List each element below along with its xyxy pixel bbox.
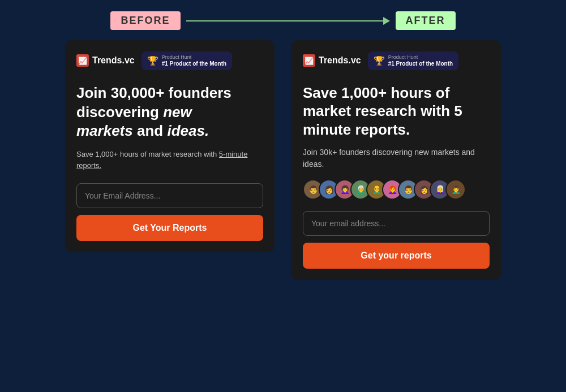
before-badge-title: Product Hunt	[162, 54, 226, 61]
after-badge-subtitle: #1 Product of the Month	[388, 61, 453, 67]
before-trophy-icon: 🏆	[147, 55, 158, 66]
after-email-input[interactable]: Your email address...	[303, 211, 490, 236]
arrow-container	[186, 17, 390, 25]
before-brand-logo: 📈 Trends.vc	[76, 54, 135, 67]
before-card-header: 📈 Trends.vc 🏆 Product Hunt #1 Product of…	[76, 51, 263, 70]
before-brand-icon: 📈	[76, 54, 89, 67]
after-brand-icon: 📈	[303, 54, 315, 67]
after-card-header: 📈 Trends.vc 🏆 Product Hunt #1 Product of…	[303, 51, 490, 70]
arrow-head	[383, 17, 390, 25]
after-badge-text: Product Hunt #1 Product of the Month	[388, 54, 453, 67]
after-badge-title: Product Hunt	[388, 54, 453, 61]
comparison-container: BEFORE AFTER 📈 Trends.vc 🏆 Product Hunt …	[0, 0, 566, 392]
before-brand-name: Trends.vc	[92, 55, 135, 66]
avatar: 👨‍🦱	[445, 179, 466, 200]
before-badge-subtitle: #1 Product of the Month	[162, 61, 226, 67]
before-product-hunt-badge: 🏆 Product Hunt #1 Product of the Month	[142, 51, 232, 70]
after-subtext: Join 30k+ founders discovering new marke…	[303, 147, 490, 170]
after-product-hunt-badge: 🏆 Product Hunt #1 Product of the Month	[368, 51, 458, 70]
after-main-heading: Save 1,000+ hours of market research wit…	[303, 84, 490, 139]
after-label: AFTER	[396, 11, 456, 30]
before-cta-button[interactable]: Get Your Reports	[76, 215, 263, 241]
before-email-input[interactable]: Your Email Address...	[76, 183, 263, 208]
arrow-line	[186, 20, 383, 21]
before-subtext: Save 1,000+ hours of market research wit…	[76, 149, 263, 171]
labels-row: BEFORE AFTER	[11, 11, 555, 30]
before-badge-text: Product Hunt #1 Product of the Month	[162, 54, 226, 67]
after-trophy-icon: 🏆	[374, 55, 385, 66]
after-avatars-row: 👨👩👩‍🦱👨‍🦳👨‍🦲👩‍🦰👨👩👩‍🦳👨‍🦱	[303, 179, 490, 200]
before-card: 📈 Trends.vc 🏆 Product Hunt #1 Product of…	[65, 40, 275, 252]
before-label: BEFORE	[110, 11, 180, 30]
after-brand-name: Trends.vc	[319, 55, 361, 66]
after-cta-button[interactable]: Get your reports	[303, 243, 490, 269]
cards-row: 📈 Trends.vc 🏆 Product Hunt #1 Product of…	[11, 40, 555, 280]
after-brand-logo: 📈 Trends.vc	[303, 54, 361, 67]
before-main-heading: Join 30,000+ founders discovering newmar…	[76, 84, 263, 141]
after-email-placeholder: Your email address...	[311, 219, 385, 228]
after-card: 📈 Trends.vc 🏆 Product Hunt #1 Product of…	[291, 40, 501, 280]
before-subtext-link[interactable]: 5-minute reports.	[76, 150, 247, 170]
before-email-placeholder: Your Email Address...	[85, 191, 160, 200]
